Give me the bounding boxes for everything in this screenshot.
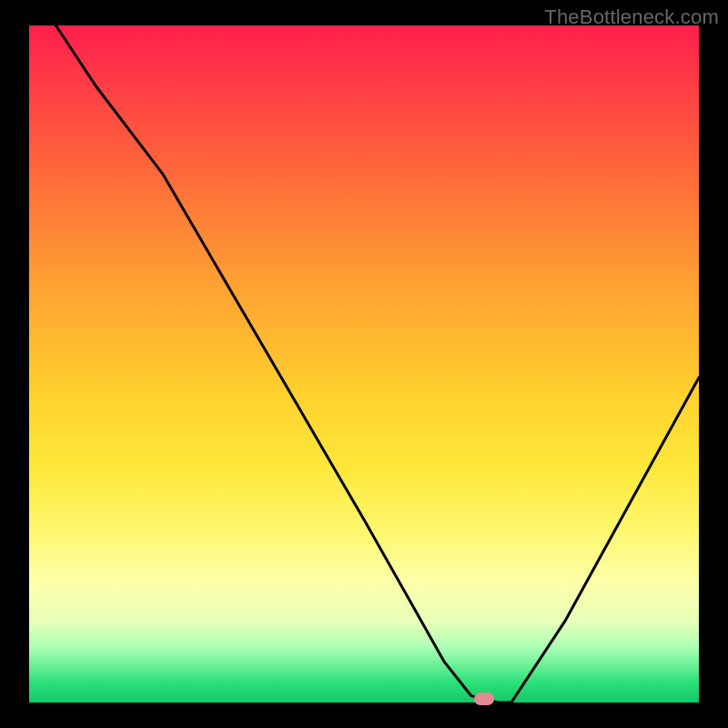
chart-canvas: TheBottleneck.com [0, 0, 728, 728]
bottleneck-curve [56, 25, 699, 703]
curve-overlay [29, 25, 699, 703]
plot-area [29, 25, 699, 703]
optimum-marker [474, 693, 494, 705]
